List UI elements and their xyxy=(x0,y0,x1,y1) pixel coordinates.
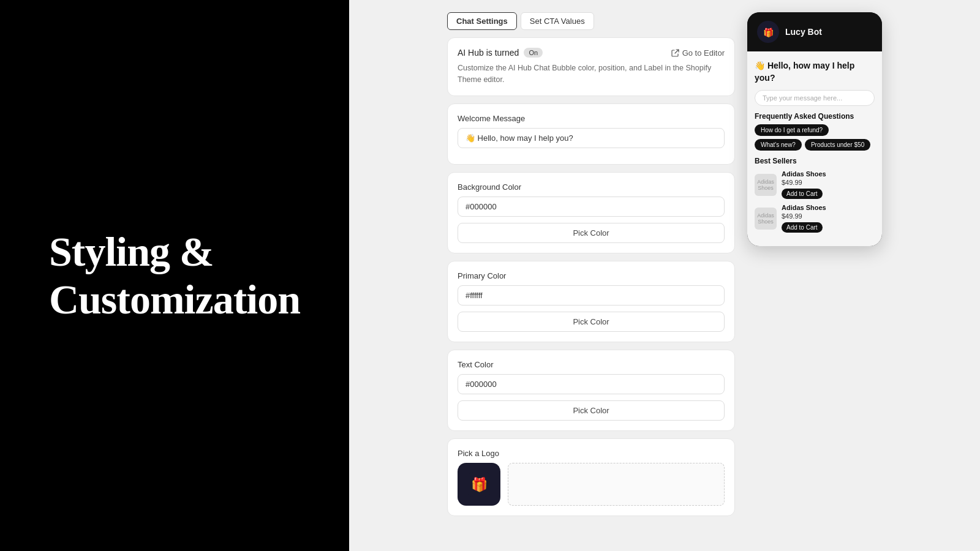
ai-hub-label: AI Hub is turned On xyxy=(458,48,543,58)
logo-preview: 🎁 xyxy=(458,463,500,506)
logo-drop-area[interactable] xyxy=(508,463,725,506)
background-pick-color-button[interactable]: Pick Color xyxy=(458,223,725,243)
ai-hub-card: AI Hub is turned On Go to Editor Customi… xyxy=(447,37,735,96)
bot-avatar-icon: 🎁 xyxy=(760,24,776,40)
background-color-card: Background Color Pick Color xyxy=(447,172,735,253)
product-name-1: Adidas Shoes xyxy=(782,170,826,178)
product-item-2: Adidas Shoes Adidas Shoes $49.99 Add to … xyxy=(755,204,875,233)
product-image-2: Adidas Shoes xyxy=(755,208,777,230)
welcome-message-input[interactable] xyxy=(458,128,725,148)
primary-pick-color-button[interactable]: Pick Color xyxy=(458,312,725,332)
product-info-1: Adidas Shoes $49.99 Add to Cart xyxy=(782,170,826,199)
primary-color-label: Primary Color xyxy=(458,271,725,280)
text-pick-color-button[interactable]: Pick Color xyxy=(458,400,725,421)
primary-color-input[interactable] xyxy=(458,285,725,305)
ai-hub-description: Customize the AI Hub Chat Bubble color, … xyxy=(458,62,725,86)
chat-header: 🎁 Lucy Bot xyxy=(747,12,882,51)
svg-text:🎁: 🎁 xyxy=(471,476,488,493)
text-color-input[interactable] xyxy=(458,374,725,394)
chat-preview-panel: 🎁 Lucy Bot 👋 Hello, how may I help you? … xyxy=(747,12,882,246)
ai-hub-status-badge: On xyxy=(524,48,543,58)
main-area: Chat Settings Set CTA Values AI Hub is t… xyxy=(349,0,980,551)
product-price-1: $49.99 xyxy=(782,179,826,186)
chat-body: 👋 Hello, how may I help you? Type your m… xyxy=(747,51,882,246)
faq-button-products-under-50[interactable]: Products under $50 xyxy=(805,139,870,151)
faq-buttons-row: How do I get a refund? What's new? Produ… xyxy=(755,124,875,151)
left-panel: Styling & Customization xyxy=(0,0,349,551)
text-color-card: Text Color Pick Color xyxy=(447,350,735,431)
bot-name: Lucy Bot xyxy=(785,27,822,37)
best-sellers-title: Best Sellers xyxy=(755,157,875,165)
settings-panel: Chat Settings Set CTA Values AI Hub is t… xyxy=(447,12,735,523)
chat-input-row[interactable]: Type your message here... xyxy=(755,90,875,106)
tab-set-cta-values[interactable]: Set CTA Values xyxy=(521,12,594,30)
background-color-input[interactable] xyxy=(458,197,725,217)
logo-card: Pick a Logo 🎁 xyxy=(447,438,735,516)
faq-button-whats-new[interactable]: What's new? xyxy=(755,139,802,151)
faq-button-refund[interactable]: How do I get a refund? xyxy=(755,124,829,136)
product-image-1: Adidas Shoes xyxy=(755,174,777,196)
hero-heading: Styling & Customization xyxy=(49,228,300,323)
logo-icon: 🎁 xyxy=(467,472,491,497)
logo-label: Pick a Logo xyxy=(458,449,725,458)
tabs-row: Chat Settings Set CTA Values xyxy=(447,12,735,30)
add-to-cart-button-2[interactable]: Add to Cart xyxy=(782,222,823,233)
product-name-2: Adidas Shoes xyxy=(782,204,826,211)
tab-chat-settings[interactable]: Chat Settings xyxy=(447,12,517,30)
background-color-label: Background Color xyxy=(458,182,725,192)
welcome-message-card: Welcome Message xyxy=(447,103,735,165)
text-color-label: Text Color xyxy=(458,360,725,369)
external-link-icon xyxy=(671,49,679,57)
add-to-cart-button-1[interactable]: Add to Cart xyxy=(782,189,823,199)
faq-section: Frequently Asked Questions How do I get … xyxy=(755,112,875,151)
primary-color-card: Primary Color Pick Color xyxy=(447,261,735,342)
bot-avatar: 🎁 xyxy=(757,21,779,43)
product-info-2: Adidas Shoes $49.99 Add to Cart xyxy=(782,204,826,233)
welcome-message-label: Welcome Message xyxy=(458,114,725,123)
best-sellers-section: Best Sellers Adidas Shoes Adidas Shoes $… xyxy=(755,157,875,238)
chat-welcome-message: 👋 Hello, how may I help you? xyxy=(755,60,875,84)
go-to-editor-button[interactable]: Go to Editor xyxy=(671,48,725,58)
logo-section: 🎁 xyxy=(458,463,725,506)
svg-text:🎁: 🎁 xyxy=(763,28,774,38)
chat-input-placeholder: Type your message here... xyxy=(763,94,867,102)
faq-title: Frequently Asked Questions xyxy=(755,112,875,121)
product-item-1: Adidas Shoes Adidas Shoes $49.99 Add to … xyxy=(755,170,875,199)
product-price-2: $49.99 xyxy=(782,212,826,220)
